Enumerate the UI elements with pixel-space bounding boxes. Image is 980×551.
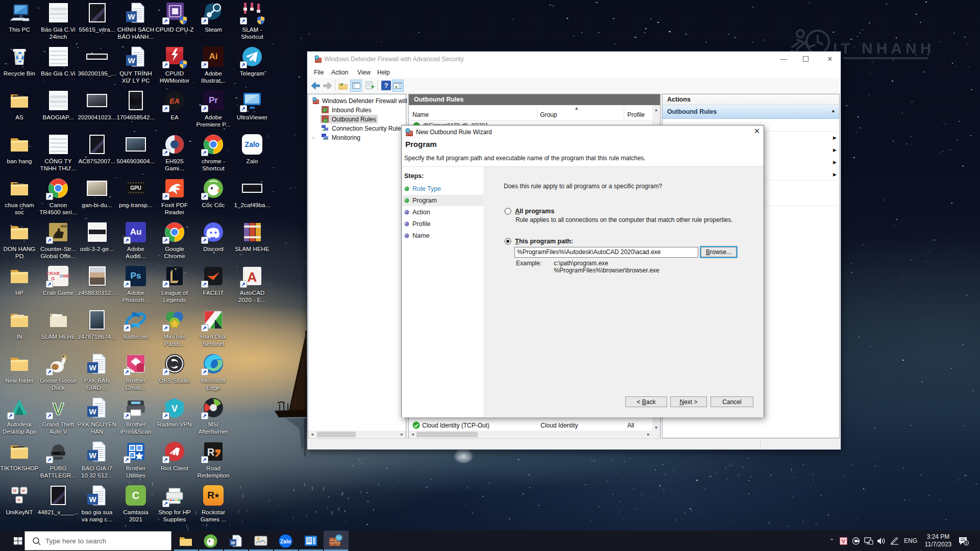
svg-text:5: 5 xyxy=(965,541,967,545)
svg-text:W: W xyxy=(89,363,96,372)
svg-text:ư: ư xyxy=(22,488,25,493)
svg-text:IT NHANH: IT NHANH xyxy=(833,40,935,57)
svg-text:W: W xyxy=(89,407,96,416)
svg-text:U: U xyxy=(13,488,16,493)
svg-text:GO: GO xyxy=(61,224,67,229)
svg-text:A: A xyxy=(248,269,257,285)
svg-text:W: W xyxy=(128,12,135,21)
svg-text:GPU: GPU xyxy=(130,185,141,191)
svg-text:Zalo: Zalo xyxy=(280,538,291,544)
svg-text:W: W xyxy=(89,495,96,504)
svg-text:W: W xyxy=(128,56,135,65)
svg-text:n: n xyxy=(18,497,20,502)
svg-text:W: W xyxy=(231,540,235,545)
svg-text:V: V xyxy=(53,399,64,418)
svg-text:W: W xyxy=(89,451,96,460)
svg-text:EA: EA xyxy=(169,97,179,105)
svg-text:V: V xyxy=(172,404,178,414)
svg-text:R: R xyxy=(207,446,215,458)
